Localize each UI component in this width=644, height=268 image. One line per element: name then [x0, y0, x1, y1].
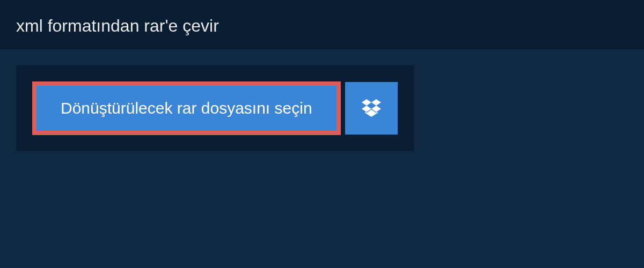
select-file-label: Dönüştürülecek rar dosyasını seçin: [61, 99, 312, 117]
dropbox-button[interactable]: [345, 82, 398, 135]
page-title: xml formatından rar'e çevir: [16, 16, 219, 36]
title-bar: xml formatından rar'e çevir: [0, 0, 235, 49]
content-area: Dönüştürülecek rar dosyasını seçin: [0, 49, 644, 167]
button-row: Dönüştürülecek rar dosyasını seçin: [32, 81, 398, 135]
upload-panel: Dönüştürülecek rar dosyasını seçin: [16, 65, 414, 151]
main-panel: xml formatından rar'e çevir: [0, 0, 644, 49]
dropbox-icon: [362, 98, 381, 119]
select-file-button[interactable]: Dönüştürülecek rar dosyasını seçin: [32, 81, 341, 135]
